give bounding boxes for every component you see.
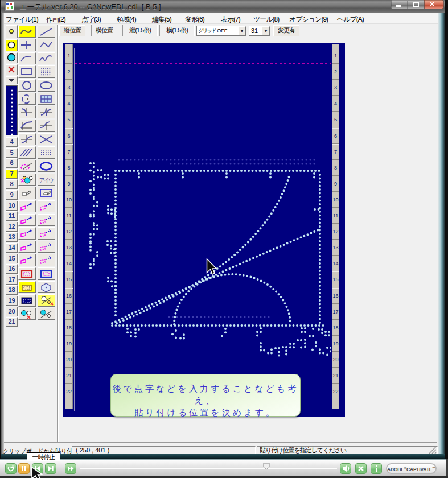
svg-text:アイウ: アイウ: [39, 177, 54, 183]
